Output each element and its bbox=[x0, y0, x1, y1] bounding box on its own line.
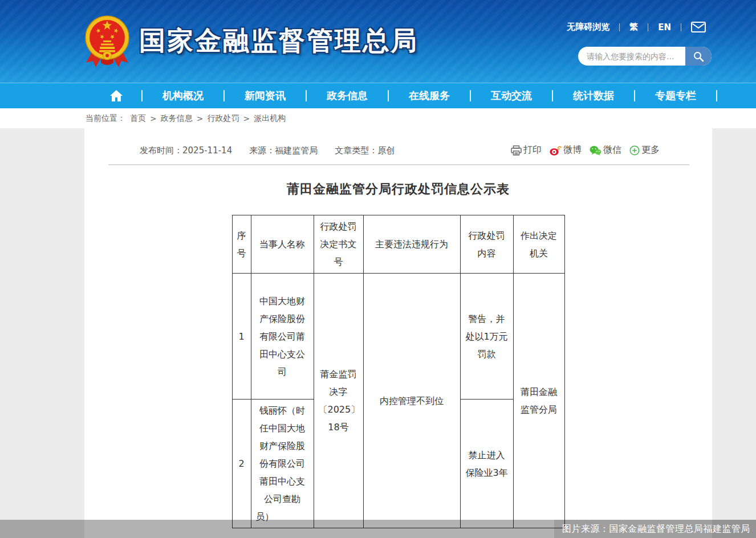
wechat-icon bbox=[590, 145, 601, 156]
table-header-row: 序号 当事人名称 行政处罚决定书文号 主要违法违规行为 行政处罚内容 作出决定机… bbox=[232, 215, 564, 274]
search-input[interactable] bbox=[587, 47, 682, 66]
printer-icon bbox=[511, 145, 522, 156]
search-bar bbox=[578, 47, 712, 66]
divider bbox=[619, 23, 620, 31]
article-source: 来源：福建监管局 bbox=[249, 145, 318, 156]
breadcrumb-item-dispatched-agencies[interactable]: 派出机构 bbox=[254, 113, 286, 124]
magnifier-icon bbox=[693, 51, 704, 62]
weibo-icon bbox=[550, 145, 562, 156]
cell-party-1: 中国大地财产保险股份有限公司莆田中心支公司 bbox=[251, 274, 314, 400]
english-link[interactable]: EN bbox=[658, 22, 671, 32]
nav-item-government-info[interactable]: 政务信息 bbox=[307, 89, 388, 103]
national-emblem-icon bbox=[84, 14, 130, 68]
breadcrumb-separator: > bbox=[243, 114, 250, 123]
nav-item-home[interactable] bbox=[91, 89, 141, 102]
article-type: 文章类型：原创 bbox=[335, 145, 395, 156]
breadcrumb-item-government-info[interactable]: 政务信息 bbox=[161, 113, 193, 124]
mail-icon[interactable] bbox=[691, 22, 706, 32]
house-icon bbox=[109, 89, 123, 102]
weibo-share-button[interactable]: 微博 bbox=[550, 144, 582, 156]
column-header-violation: 主要违法违规行为 bbox=[363, 215, 460, 274]
breadcrumb: 当前位置： 首页 > 政务信息 > 行政处罚 > 派出机构 bbox=[0, 108, 756, 128]
penalty-table: 序号 当事人名称 行政处罚决定书文号 主要违法违规行为 行政处罚内容 作出决定机… bbox=[232, 215, 565, 528]
column-header-authority: 作出决定机关 bbox=[513, 215, 564, 274]
page-title: 莆田金融监管分局行政处罚信息公示表 bbox=[84, 181, 712, 198]
image-source-caption: 图片来源：国家金融监督管理总局福建监管局 bbox=[554, 520, 756, 538]
breadcrumb-separator: > bbox=[150, 114, 157, 123]
cell-party-2: 钱丽怀（时任中国大地财产保险股份有限公司莆田中心支公司查勘员） bbox=[251, 400, 314, 528]
column-header-penalty: 行政处罚内容 bbox=[460, 215, 513, 274]
plus-circle-icon bbox=[629, 145, 640, 156]
image-source-bar: 图片来源：国家金融监督管理总局福建监管局 bbox=[0, 520, 756, 538]
nav-item-special-topics[interactable]: 专题专栏 bbox=[635, 89, 716, 103]
content-panel: 发布时间：2025-11-14 来源：福建监管局 文章类型：原创 打印 微博 微… bbox=[84, 128, 712, 538]
cell-index-2: 2 bbox=[232, 400, 251, 528]
breadcrumb-separator: > bbox=[197, 114, 204, 123]
cell-penalty-2: 禁止进入保险业3年 bbox=[460, 400, 513, 528]
site-header: 国家金融监督管理总局 无障碍浏览 繁 EN bbox=[0, 0, 756, 83]
nav-item-online-services[interactable]: 在线服务 bbox=[389, 89, 470, 103]
main-nav: 机构概况 新闻资讯 政务信息 在线服务 互动交流 统计数据 专题专栏 bbox=[0, 83, 756, 108]
breadcrumb-label: 当前位置： bbox=[86, 113, 125, 124]
cell-index-1: 1 bbox=[232, 274, 251, 400]
publish-date: 发布时间：2025-11-14 bbox=[140, 145, 232, 156]
nav-item-news[interactable]: 新闻资讯 bbox=[225, 89, 306, 103]
nav-item-interaction[interactable]: 互动交流 bbox=[471, 89, 552, 103]
print-button[interactable]: 打印 bbox=[511, 144, 542, 156]
divider bbox=[716, 90, 717, 101]
table-row: 1 中国大地财产保险股份有限公司莆田中心支公司 莆金监罚决字〔2025〕18号 … bbox=[232, 274, 564, 400]
wechat-share-button[interactable]: 微信 bbox=[590, 144, 621, 156]
cell-authority: 莆田金融监管分局 bbox=[513, 274, 564, 528]
column-header-party: 当事人名称 bbox=[251, 215, 314, 274]
breadcrumb-item-penalties[interactable]: 行政处罚 bbox=[207, 113, 239, 124]
traditional-chinese-link[interactable]: 繁 bbox=[629, 22, 638, 32]
more-share-button[interactable]: 更多 bbox=[629, 144, 660, 156]
cell-penalty-1: 警告，并处以1万元罚款 bbox=[460, 274, 513, 400]
nav-item-statistics[interactable]: 统计数据 bbox=[553, 89, 634, 103]
share-tools: 打印 微博 微信 更多 bbox=[503, 144, 660, 156]
column-header-index: 序号 bbox=[232, 215, 251, 274]
search-button[interactable] bbox=[685, 47, 712, 66]
divider bbox=[108, 164, 689, 165]
cell-violation: 内控管理不到位 bbox=[363, 274, 460, 528]
top-utility-links: 无障碍浏览 繁 EN bbox=[567, 22, 706, 32]
divider bbox=[648, 23, 648, 31]
breadcrumb-item-home[interactable]: 首页 bbox=[130, 113, 146, 124]
site-title[interactable]: 国家金融监督管理总局 bbox=[139, 23, 418, 59]
column-header-doc-number: 行政处罚决定书文号 bbox=[314, 215, 363, 274]
accessibility-link[interactable]: 无障碍浏览 bbox=[567, 22, 609, 32]
cell-doc-number: 莆金监罚决字〔2025〕18号 bbox=[314, 274, 363, 528]
nav-item-organization[interactable]: 机构概况 bbox=[143, 89, 223, 103]
divider bbox=[681, 23, 681, 31]
site-logo[interactable]: 国家金融监督管理总局 bbox=[84, 14, 418, 68]
